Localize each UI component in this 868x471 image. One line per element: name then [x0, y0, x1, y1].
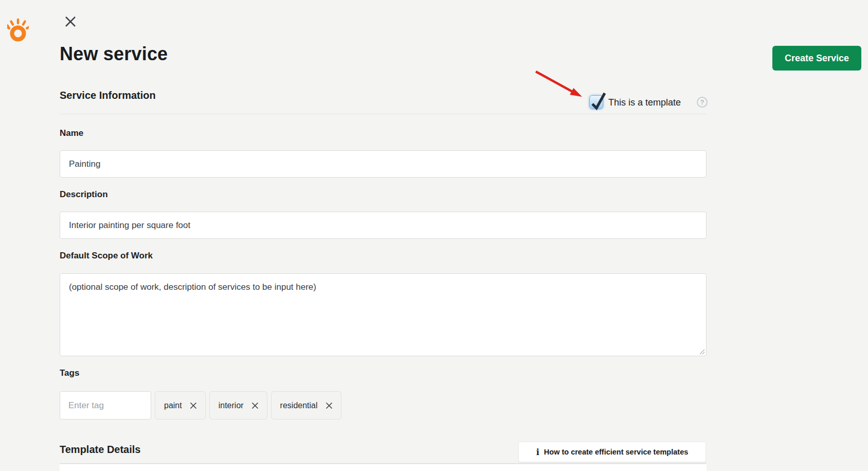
description-input[interactable]: [60, 212, 707, 239]
tags-label: Tags: [60, 368, 79, 378]
info-icon: i: [536, 447, 539, 457]
template-checkbox[interactable]: [589, 95, 604, 110]
tag-chip-label: paint: [164, 401, 182, 410]
scope-label: Default Scope of Work: [60, 251, 153, 261]
section-divider: [60, 463, 707, 464]
page-title: New service: [60, 43, 168, 65]
annotation-arrow: [526, 67, 590, 104]
help-icon[interactable]: ?: [697, 97, 708, 108]
tag-input[interactable]: [60, 391, 151, 420]
template-help-button-label: How to create efficient service template…: [544, 448, 688, 456]
help-glyph: ?: [700, 98, 704, 106]
template-help-button[interactable]: i How to create efficient service templa…: [518, 442, 706, 462]
section-title-template-details: Template Details: [60, 444, 140, 456]
template-checkbox-label: This is a template: [608, 97, 681, 108]
create-service-button[interactable]: Create Service: [772, 46, 861, 71]
scope-field: (optional scope of work, description of …: [60, 273, 707, 356]
section-divider: [60, 114, 707, 114]
name-input[interactable]: [60, 150, 707, 178]
tag-chip-label: interior: [219, 401, 244, 410]
tag-chip-paint: paint: [155, 391, 206, 420]
name-label: Name: [60, 128, 83, 138]
brand-logo-icon: [7, 16, 29, 42]
tag-chip-interior: interior: [209, 391, 267, 420]
scope-textarea[interactable]: (optional scope of work, description of …: [60, 273, 707, 356]
close-button[interactable]: [64, 15, 77, 28]
tag-chip-residential: residential: [271, 391, 341, 420]
close-icon: [64, 15, 77, 28]
tags-row: paint interior residential: [60, 391, 341, 420]
checkmark-icon: [590, 90, 606, 111]
tag-chip-label: residential: [280, 401, 318, 410]
section-title-service-information: Service Information: [60, 90, 156, 101]
remove-tag-icon[interactable]: [326, 402, 333, 409]
remove-tag-icon[interactable]: [190, 402, 197, 409]
remove-tag-icon[interactable]: [251, 402, 259, 409]
description-label: Description: [60, 189, 108, 200]
next-section-panel: [60, 464, 707, 471]
